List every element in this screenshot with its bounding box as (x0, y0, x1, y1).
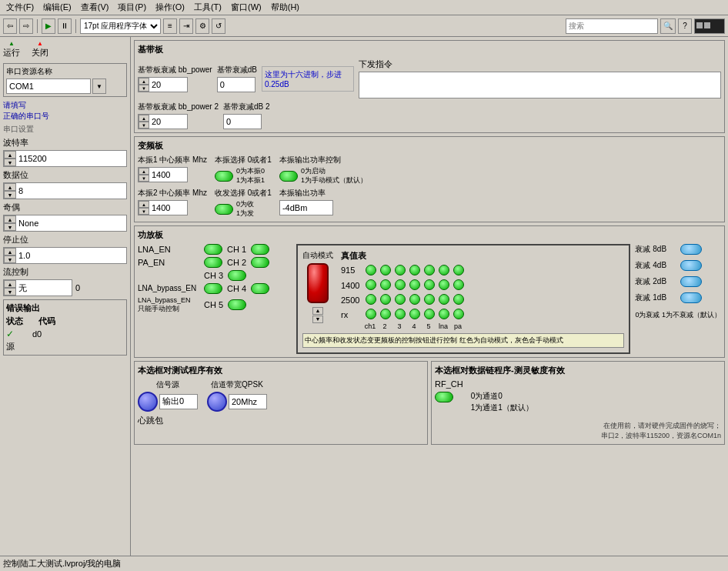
signal-src-input[interactable]: 输出0 (159, 394, 198, 409)
menu-operate[interactable]: 操作(O) (151, 2, 189, 13)
stopbits-down[interactable]: ▼ (4, 255, 16, 263)
code-col-label: 代码 (38, 316, 55, 327)
font-selector[interactable]: 17pt 应用程序字体 (80, 18, 161, 34)
databits-down[interactable]: ▼ (4, 191, 16, 199)
led-r3c7 (453, 294, 464, 305)
bandwidth-dial[interactable] (207, 392, 227, 412)
toolbar-reset[interactable]: ↺ (212, 18, 225, 34)
baud-down[interactable]: ▼ (4, 159, 16, 166)
parity-down[interactable]: ▼ (4, 223, 16, 231)
menu-window[interactable]: 窗口(W) (226, 2, 266, 13)
amp-left: LNA_EN CH 1 PA_EN CH 2 CH 3 (138, 244, 292, 354)
com-dropdown[interactable]: ▼ (92, 78, 106, 94)
toolbar-back[interactable]: ⇦ (3, 18, 17, 34)
ch4-label: CH 4 (227, 284, 246, 293)
led-matrix (366, 265, 466, 321)
toolbar-indent[interactable]: ⇥ (179, 18, 193, 34)
auto-mode-cylinder[interactable] (307, 263, 329, 303)
databits-input[interactable] (16, 183, 78, 199)
baud-input[interactable] (16, 151, 78, 166)
toolbar-pause[interactable]: ⏸ (58, 18, 72, 34)
osc-power-ctrl-led[interactable] (279, 171, 298, 182)
toolbar-align[interactable]: ≡ (163, 18, 177, 34)
flowctrl-down[interactable]: ▼ (4, 288, 16, 296)
stopbits-up[interactable]: ▲ (4, 248, 16, 255)
ch1-led[interactable] (251, 244, 269, 255)
cyl-btn2[interactable]: ▼ (312, 316, 323, 323)
flowctrl-input[interactable] (16, 280, 62, 296)
att-8db-led[interactable] (680, 244, 702, 255)
ch3-led[interactable] (228, 270, 246, 281)
rf-ch-col: RF_CH (435, 379, 463, 402)
ch5-label: CH 5 (204, 300, 223, 309)
bb-atten1-input[interactable] (217, 77, 255, 92)
led-r1c5 (424, 265, 435, 275)
ch2-led[interactable] (251, 257, 269, 268)
parity-up[interactable]: ▲ (4, 215, 16, 223)
led-r3c2 (380, 294, 391, 305)
menu-edit[interactable]: 编辑(E) (38, 2, 76, 13)
stop-button[interactable]: 关闭 (32, 47, 48, 58)
rx-sel-led[interactable] (215, 204, 233, 215)
osc1-down[interactable]: ▼ (139, 175, 149, 182)
search-input[interactable] (566, 18, 658, 34)
menu-project[interactable]: 项目(P) (113, 2, 151, 13)
lna-en-led[interactable] (204, 244, 222, 255)
col-5: 5 (422, 322, 435, 330)
ch5-led[interactable] (228, 299, 246, 310)
bb-power1-input[interactable] (149, 78, 186, 92)
bb-power2-input[interactable] (149, 115, 186, 129)
bb-power1-down[interactable]: ▼ (139, 85, 149, 92)
down-cmd-label: 下发指令 (359, 58, 721, 70)
ch4-led[interactable] (251, 283, 269, 294)
att-1db-row: 衰减 1dB (635, 292, 721, 303)
osc2-spinbox: ▲ ▼ (138, 200, 188, 215)
databits-up[interactable]: ▲ (4, 183, 16, 191)
osc1-input[interactable] (149, 168, 186, 182)
bb-atten2-input[interactable] (223, 114, 262, 129)
baud-up[interactable]: ▲ (4, 151, 16, 159)
lna-bypass-led[interactable] (204, 283, 222, 294)
att-2db-led[interactable] (680, 276, 702, 287)
att-4db-row: 衰减 4dB (635, 260, 721, 271)
col-4: 4 (408, 322, 420, 330)
osc2-col: 本振2 中心频率 Mhz ▲ ▼ (138, 188, 207, 215)
down-cmd-display (359, 72, 721, 99)
menu-view[interactable]: 查看(V) (76, 2, 114, 13)
osc2-up[interactable]: ▲ (139, 201, 149, 208)
toolbar-format[interactable]: ⚙ (195, 18, 209, 34)
com-input[interactable] (6, 78, 91, 94)
led-r4c4 (409, 309, 420, 319)
cyl-btn1[interactable]: ▲ (312, 307, 323, 315)
freq-1400: 1400 (341, 281, 359, 290)
bandwidth-input[interactable]: 20Mhz (229, 394, 267, 409)
osc2-down[interactable]: ▼ (139, 208, 149, 215)
help-button[interactable]: ? (678, 18, 692, 34)
att-note: 0为衰减 1为不衰减（默认） (635, 310, 721, 320)
search-button[interactable]: 🔍 (660, 18, 676, 34)
bb-power1-up[interactable]: ▲ (139, 78, 149, 85)
bb-power2-up[interactable]: ▲ (139, 115, 149, 122)
osc2-input[interactable] (149, 201, 186, 215)
rf-ch-led[interactable] (435, 392, 453, 402)
freq-2500: 2500 (341, 296, 359, 305)
led-r2c1 (366, 279, 376, 290)
menu-help[interactable]: 帮助(H) (266, 2, 304, 13)
run-button[interactable]: 运行 (3, 47, 20, 58)
toolbar-forward[interactable]: ⇨ (19, 18, 33, 34)
osc1-up[interactable]: ▲ (139, 168, 149, 175)
bb-power2-down[interactable]: ▼ (139, 122, 149, 129)
osc-sel-led[interactable] (215, 171, 233, 182)
bottom-row: 本选框对测试程序有效 信号源 输出0 信道带宽QPSK (134, 361, 725, 445)
parity-input[interactable] (16, 215, 78, 231)
osc-power-input[interactable]: -4dBm (279, 200, 333, 215)
pa-en-led[interactable] (204, 257, 222, 268)
att-1db-led[interactable] (680, 292, 702, 303)
menu-tools[interactable]: 工具(T) (189, 2, 226, 13)
toolbar-run[interactable]: ▶ (42, 18, 55, 34)
flowctrl-up[interactable]: ▲ (4, 280, 16, 288)
att-4db-led[interactable] (680, 260, 702, 271)
menu-file[interactable]: 文件(F) (2, 2, 38, 13)
stopbits-input[interactable] (16, 248, 78, 263)
signal-src-dial[interactable] (138, 392, 158, 412)
